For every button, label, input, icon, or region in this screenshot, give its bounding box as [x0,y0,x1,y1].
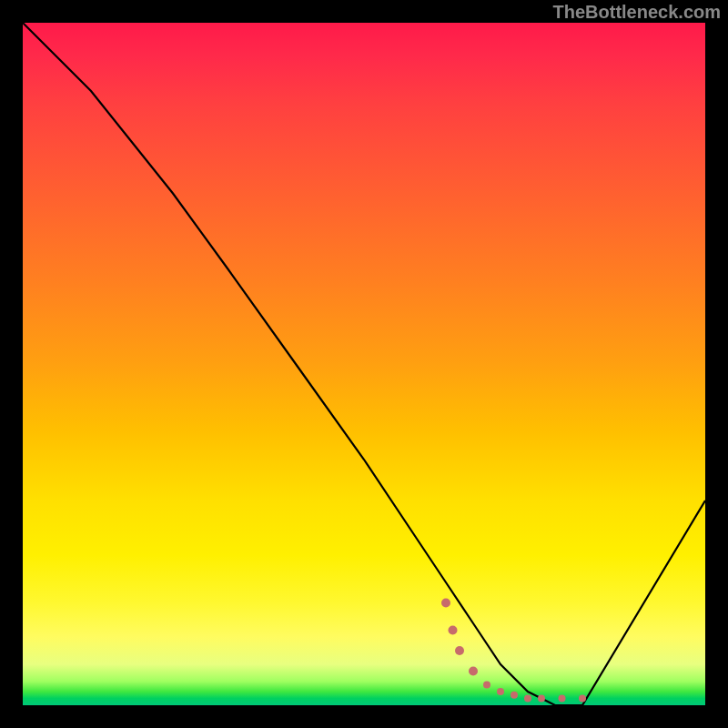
marker-dot [469,667,478,676]
marker-dot [441,599,450,608]
bottleneck-curve [23,23,705,705]
marker-dot [483,682,490,689]
marker-dots-group [441,599,586,703]
marker-dot [511,692,518,699]
chart-svg [23,23,705,705]
watermark-text: TheBottleneck.com [553,2,721,23]
marker-dot [579,695,586,703]
marker-dot [455,646,464,655]
marker-dot [559,695,566,703]
marker-dot [449,626,458,635]
marker-dot [497,688,504,695]
marker-dot [524,695,531,703]
plot-area [23,23,705,705]
marker-dot [538,695,545,703]
